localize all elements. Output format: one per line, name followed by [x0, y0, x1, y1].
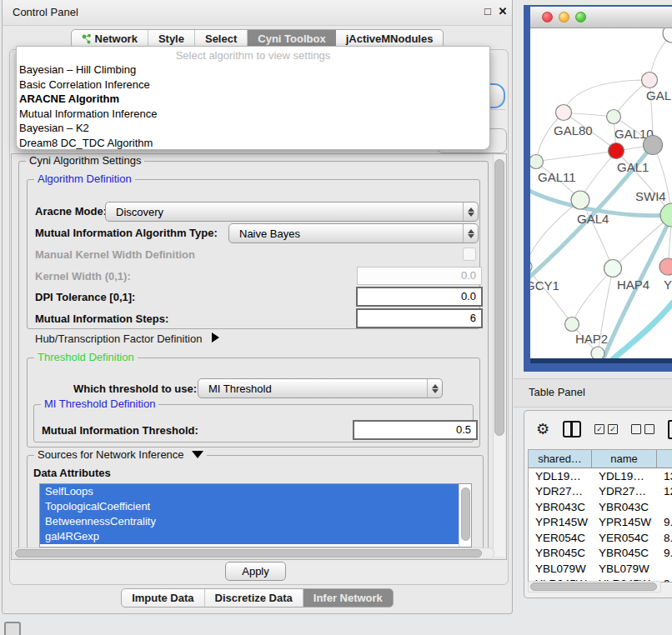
node-label: GAL11: [538, 170, 576, 184]
checked-box-icon: ✓: [608, 424, 618, 434]
kernel-width-field[interactable]: 0.0: [357, 267, 482, 285]
table-row[interactable]: YER054CYER054C8.: [529, 530, 672, 546]
select-all-icon[interactable]: ✓ ✓: [594, 424, 618, 434]
algorithm-option-aracne-algorithm[interactable]: ARACNE Algorithm: [17, 92, 489, 107]
network-edge[interactable]: [612, 302, 672, 358]
tab-discretize-data[interactable]: Discretize Data: [205, 589, 303, 607]
network-node-hap4[interactable]: [604, 260, 622, 278]
table-cell: YDR27…: [529, 484, 592, 500]
table-row[interactable]: YPR145WYPR145W9.: [529, 515, 672, 531]
network-node-hap2[interactable]: [565, 318, 579, 332]
attribute-item-selfloops[interactable]: SelfLoops: [40, 484, 463, 499]
group-title: Threshold Definition: [34, 351, 138, 363]
settings-vertical-scrollbar[interactable]: [493, 155, 505, 557]
tab-style[interactable]: Style: [148, 30, 195, 48]
algorithm-option-bayesian-k2[interactable]: Bayesian – K2: [17, 121, 489, 136]
zoom-traffic-light-icon[interactable]: [575, 12, 586, 22]
tab-infer-network[interactable]: Infer Network: [303, 589, 393, 607]
algorithm-dropdown-popup: Select algorithm to view settings Bayesi…: [16, 46, 490, 150]
algorithm-option-bayesian-hill-climbing[interactable]: Bayesian – Hill Climbing: [17, 62, 489, 78]
data-attributes-label: Data Attributes: [33, 467, 111, 479]
network-edge[interactable]: [530, 267, 572, 324]
dpi-tolerance-field[interactable]: 0.0: [356, 287, 483, 307]
settings-horizontal-scrollbar[interactable]: [13, 548, 494, 559]
network-node[interactable]: [591, 347, 604, 358]
expander-closed-icon[interactable]: [212, 332, 219, 342]
apply-button[interactable]: Apply: [225, 562, 286, 581]
algorithm-option-basic-correlation-inference[interactable]: Basic Correlation Inference: [17, 78, 489, 92]
network-edge[interactable]: [572, 268, 613, 324]
attribute-item-betweennesscentrality[interactable]: BetweennessCentrality: [40, 514, 463, 529]
network-node-gal1[interactable]: [609, 143, 624, 159]
aracne-mode-combo[interactable]: Discovery: [105, 202, 479, 222]
column-header-2[interactable]: name: [592, 450, 657, 468]
network-node-gal4[interactable]: [571, 191, 589, 209]
column-header-1[interactable]: shared…: [529, 450, 592, 468]
network-node[interactable]: [663, 28, 672, 42]
network-node-gal11[interactable]: [530, 155, 544, 169]
attributes-vertical-scrollbar[interactable]: [459, 484, 471, 547]
table-row[interactable]: YBR043CYBR043C: [529, 499, 672, 515]
network-node-gal[interactable]: [642, 72, 658, 88]
which-threshold-label: Which threshold to use:: [73, 382, 197, 395]
manual-kernel-checkbox[interactable]: [463, 248, 476, 261]
window-inner-border: [530, 358, 672, 363]
network-node-y[interactable]: [659, 258, 672, 275]
mi-steps-field[interactable]: 6: [356, 308, 483, 328]
minimized-panel-icon[interactable]: [4, 622, 21, 635]
which-threshold-combo[interactable]: MI Threshold: [198, 378, 443, 398]
table-row[interactable]: YDL19…YDL19…13: [529, 468, 672, 484]
minimize-traffic-light-icon[interactable]: [559, 12, 569, 22]
tab-select[interactable]: Select: [195, 30, 248, 48]
node-label: GCY1: [530, 278, 559, 292]
expander-open-icon[interactable]: [192, 451, 203, 458]
close-window-icon[interactable]: ✕: [496, 5, 509, 18]
table-row[interactable]: YDR27…YDR27…12: [529, 484, 672, 500]
tab-label: Style: [158, 32, 184, 45]
close-traffic-light-icon[interactable]: [542, 12, 553, 22]
tab-impute-data[interactable]: Impute Data: [122, 589, 204, 607]
deselect-all-icon[interactable]: [631, 424, 654, 434]
algorithm-option-dream8-dc-tdc-algorithm[interactable]: Dream8 DC_TDC Algorithm: [17, 136, 489, 151]
attribute-item-gal4rgexp[interactable]: gal4RGexp: [40, 529, 463, 544]
unchecked-box-icon: [644, 424, 654, 434]
scrollbar-thumb[interactable]: [15, 549, 482, 558]
mi-threshold-field[interactable]: 0.5: [353, 420, 478, 440]
network-node[interactable]: [644, 136, 663, 155]
tab-cyni-toolbox[interactable]: Cyni Toolbox: [248, 30, 335, 48]
gear-icon[interactable]: ⚙: [536, 421, 549, 438]
mi-algorithm-type-combo[interactable]: Naive Bayes: [228, 223, 479, 243]
tab-label: Infer Network: [313, 592, 383, 604]
network-edge[interactable]: [536, 151, 616, 162]
network-node-gal10[interactable]: [607, 110, 621, 124]
tab-jactivemnodules[interactable]: jActiveMNodules: [336, 30, 444, 48]
float-window-icon[interactable]: □: [481, 5, 494, 18]
manual-kernel-label: Manual Kernel Width Definition: [35, 248, 195, 261]
column-layout-icon[interactable]: [563, 421, 581, 438]
scrollbar-thumb[interactable]: [494, 159, 504, 436]
attribute-item-topologicalcoefficient[interactable]: TopologicalCoefficient: [40, 499, 463, 514]
node-label: GAL1: [617, 160, 649, 174]
document-icon[interactable]: [668, 420, 672, 439]
table-horizontal-scrollbar[interactable]: [528, 581, 661, 592]
network-node-gcy1[interactable]: [530, 260, 532, 273]
table-cell: YER054C: [592, 530, 657, 546]
table-cell: 13: [657, 468, 672, 484]
tab-network[interactable]: Network: [72, 30, 148, 48]
scrollbar-thumb[interactable]: [461, 488, 470, 541]
table-row[interactable]: YBR045CYBR045C9.: [529, 546, 672, 562]
group-title: Algorithm Definition: [34, 172, 135, 185]
mi-type-label: Mutual Information Algorithm Type:: [35, 227, 218, 239]
network-node-gal80[interactable]: [556, 105, 572, 121]
table-row[interactable]: YBL079WYBL079W: [529, 561, 672, 577]
network-edge[interactable]: [564, 80, 649, 112]
algorithm-option-mutual-information-inference[interactable]: Mutual Information Inference: [17, 107, 489, 122]
scrollbar-thumb[interactable]: [530, 582, 657, 591]
sources-title: Sources for Network Inference: [38, 448, 184, 461]
network-canvas[interactable]: GALGAL80GAL10GAL1GAL11SWI4GAL4GCY1HAP4YH…: [530, 28, 672, 358]
hub-definition-expander[interactable]: Hub/Transcription Factor Definition: [35, 332, 219, 345]
table-cell: YBR045C: [529, 546, 592, 562]
column-header-3[interactable]: [657, 450, 672, 468]
data-attributes-list[interactable]: SelfLoopsTopologicalCoefficientBetweenne…: [39, 483, 472, 548]
algorithm-dropdown-placeholder: Select algorithm to view settings: [17, 49, 489, 62]
